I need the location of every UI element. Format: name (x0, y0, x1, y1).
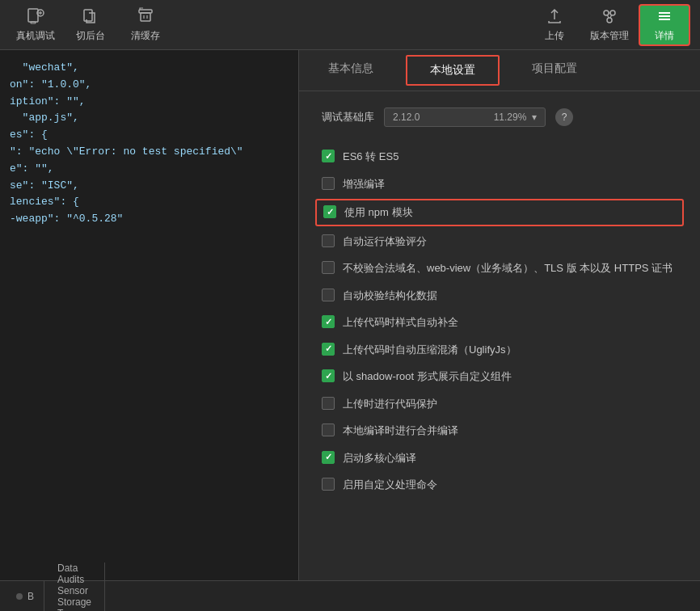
debug-lib-row: 调试基础库 2.12.0 11.29% ▾ ? (322, 107, 677, 127)
settings-tabs: 基本信息 本地设置 项目配置 (299, 50, 700, 91)
checkbox-label-customhandler: 启用自定义处理命令 (343, 477, 437, 493)
main-content: "wechat",on": "1.0.0",iption": "", "app.… (0, 50, 700, 580)
checkbox-row-autorun[interactable]: 自动运行体验评分 (322, 228, 677, 255)
bottom-bar: B DataAuditsSensorStorageTraceW (0, 580, 700, 611)
checkbox-label-uploadminify: 上传代码时自动压缩混淆（UglifyJs） (343, 342, 517, 358)
detail-button[interactable]: 详情 (639, 4, 690, 46)
debug-device-label: 真机调试 (16, 29, 55, 43)
checkbox-row-es6[interactable]: ES6 转 ES5 (322, 143, 677, 171)
checkbox-label-codeprotect: 上传时进行代码保护 (343, 396, 437, 412)
svg-rect-0 (28, 9, 38, 22)
checkbox-row-nocertcheck[interactable]: 不校验合法域名、web-view（业务域名）、TLS 版 本以及 HTTPS 证… (322, 255, 677, 282)
bottom-b-label: B (27, 591, 34, 602)
checkbox-uploadminify[interactable] (322, 343, 335, 356)
checkbox-autorun[interactable] (322, 234, 335, 247)
checkbox-label-autorun: 自动运行体验评分 (343, 234, 427, 250)
checkbox-shadowroot[interactable] (322, 369, 335, 382)
toolbar: 真机调试 切后台 清缓存 (0, 0, 700, 50)
checkbox-enhance[interactable] (322, 177, 335, 190)
debug-lib-percent: 11.29% ▾ (494, 112, 537, 123)
bottom-tab-audits[interactable]: Audits (44, 574, 105, 585)
checkboxes-list: ES6 转 ES5增强编译使用 npm 模块自动运行体验评分不校验合法域名、we… (322, 143, 677, 499)
cutback-icon (81, 6, 100, 26)
bottom-b-indicator: B (6, 581, 44, 611)
toolbar-right: 上传 版本管理 (529, 4, 690, 46)
checkbox-row-uploadstyle[interactable]: 上传代码时样式自动补全 (322, 309, 677, 336)
debug-lib-value: 2.12.0 (393, 112, 420, 123)
settings-panel: 基本信息 本地设置 项目配置 调试基础库 2.12.0 11.29% ▾ (299, 50, 700, 580)
code-line: "wechat", (10, 60, 289, 77)
checkbox-row-shadowroot[interactable]: 以 shadow-root 形式展示自定义组件 (322, 363, 677, 390)
detail-label: 详情 (655, 29, 674, 43)
checkbox-npm[interactable] (323, 205, 336, 218)
checkbox-uploadstyle[interactable] (322, 315, 335, 328)
checkbox-codeprotect[interactable] (322, 397, 335, 410)
bottom-tab-trace[interactable]: Trace (44, 608, 105, 612)
checkbox-label-localcompile: 本地编译时进行合并编译 (343, 423, 458, 439)
tab-local-settings[interactable]: 本地设置 (406, 55, 500, 86)
checkbox-es6[interactable] (322, 150, 335, 162)
checkbox-row-npm[interactable]: 使用 npm 模块 (315, 199, 684, 226)
upload-button[interactable]: 上传 (529, 4, 580, 46)
checkbox-label-enhance: 增强编译 (343, 176, 385, 192)
checkbox-row-codeprotect[interactable]: 上传时进行代码保护 (322, 390, 677, 418)
checkbox-row-uploadminify[interactable]: 上传代码时自动压缩混淆（UglifyJs） (322, 336, 677, 364)
clearcache-icon (136, 6, 155, 26)
checkbox-multicore[interactable] (322, 451, 335, 464)
debug-lib-select[interactable]: 2.12.0 11.29% ▾ (384, 107, 546, 127)
checkbox-row-autovalidate[interactable]: 自动校验结构化数据 (322, 282, 677, 310)
debug-device-icon (26, 6, 45, 26)
checkbox-label-npm: 使用 npm 模块 (344, 204, 413, 221)
checkbox-label-nocertcheck: 不校验合法域名、web-view（业务域名）、TLS 版 本以及 HTTPS 证… (343, 260, 673, 276)
checkbox-localcompile[interactable] (322, 423, 335, 436)
cutback-label: 切后台 (76, 29, 105, 43)
version-button[interactable]: 版本管理 (584, 4, 635, 46)
checkbox-customhandler[interactable] (322, 478, 335, 491)
code-line: ": "echo \"Error: no test specified\" (10, 144, 289, 161)
checkbox-label-multicore: 启动多核心编译 (343, 450, 416, 466)
checkbox-label-es6: ES6 转 ES5 (343, 149, 398, 165)
svg-point-12 (607, 18, 612, 23)
code-line: -weapp": "^0.5.28" (10, 211, 289, 228)
svg-rect-5 (84, 10, 92, 21)
upload-label: 上传 (545, 29, 564, 43)
bottom-tab-storage[interactable]: Storage (44, 596, 105, 608)
code-line: iption": "", (10, 94, 289, 111)
status-dot (16, 593, 23, 600)
code-line: e": "", (10, 161, 289, 178)
settings-content-area: 调试基础库 2.12.0 11.29% ▾ ? ES6 转 ES5增强编译使用 … (299, 91, 700, 580)
upload-icon (545, 6, 564, 26)
detail-icon (655, 6, 674, 26)
debug-lib-label: 调试基础库 (322, 110, 374, 124)
checkbox-row-localcompile[interactable]: 本地编译时进行合并编译 (322, 417, 677, 445)
checkbox-nocertcheck[interactable] (322, 261, 335, 274)
checkbox-label-shadowroot: 以 shadow-root 形式展示自定义组件 (343, 369, 512, 385)
code-line: lencies": { (10, 194, 289, 211)
toolbar-left: 真机调试 切后台 清缓存 (10, 4, 171, 46)
bottom-tab-sensor[interactable]: Sensor (44, 585, 105, 596)
tab-project-config[interactable]: 项目配置 (503, 50, 606, 91)
checkbox-row-multicore[interactable]: 启动多核心编译 (322, 445, 677, 472)
clearcache-label: 清缓存 (131, 29, 160, 43)
checkbox-label-autovalidate: 自动校验结构化数据 (343, 288, 437, 304)
code-line: on": "1.0.0", (10, 77, 289, 94)
svg-point-11 (610, 11, 615, 15)
code-editor: "wechat",on": "1.0.0",iption": "", "app.… (0, 50, 299, 580)
tab-basic-info[interactable]: 基本信息 (299, 50, 403, 91)
bottom-tab-data[interactable]: Data (44, 563, 105, 574)
checkbox-row-enhance[interactable]: 增强编译 (322, 171, 677, 198)
code-line: "app.js", (10, 110, 289, 127)
version-icon (600, 6, 619, 26)
help-button[interactable]: ? (555, 108, 573, 126)
svg-rect-1 (31, 22, 36, 23)
svg-rect-7 (141, 13, 150, 21)
svg-point-10 (604, 11, 609, 15)
clearcache-button[interactable]: 清缓存 (120, 4, 171, 46)
code-line: se": "ISC", (10, 178, 289, 195)
bottom-tabs: DataAuditsSensorStorageTraceW (44, 563, 105, 612)
cutback-button[interactable]: 切后台 (65, 4, 116, 46)
code-line: es": { (10, 127, 289, 144)
debug-device-button[interactable]: 真机调试 (10, 4, 61, 46)
checkbox-row-customhandler[interactable]: 启用自定义处理命令 (322, 471, 677, 499)
checkbox-autovalidate[interactable] (322, 289, 335, 301)
